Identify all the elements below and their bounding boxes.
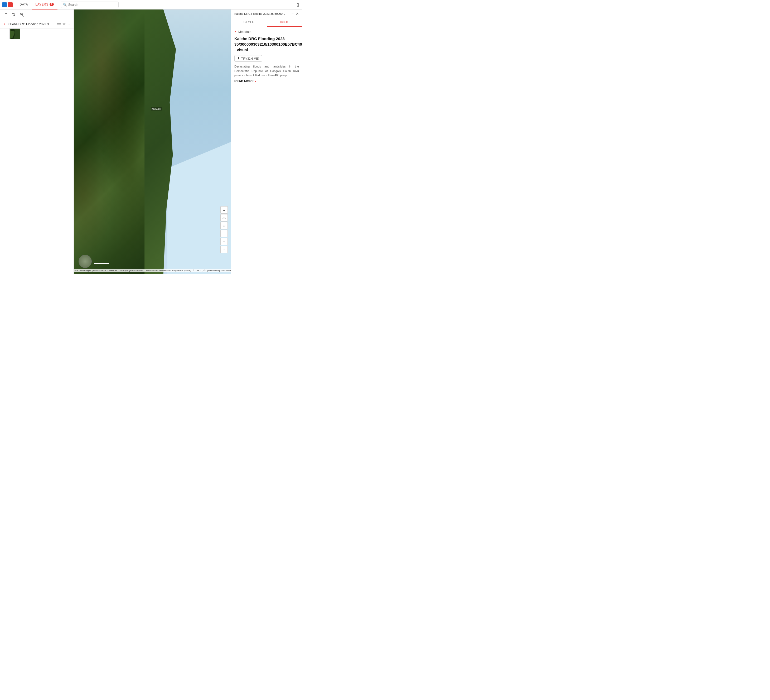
asset-title: Kalehe DRC Flooding 2023 - 35/3000003032… <box>235 36 299 52</box>
tab-data[interactable]: DATA <box>16 0 32 10</box>
logo-box-red <box>8 2 13 7</box>
main-area: ↑̲ ⇅ ∧ Kalehe DRC Flooding 2023 3... ≡≡ … <box>0 10 302 274</box>
layers-badge: 1 <box>50 3 54 6</box>
download-label: TIF (31.6 MB) <box>241 57 259 60</box>
zoom-out-button[interactable]: − <box>220 238 228 245</box>
scale-label: 300 m <box>94 264 99 267</box>
tab-info[interactable]: INFO <box>267 18 302 27</box>
contour-button[interactable] <box>220 214 228 222</box>
read-more-button[interactable]: READ MORE › <box>235 79 299 83</box>
logo-box-blue <box>2 2 7 7</box>
tab-layers[interactable]: LAYERS 1 <box>32 0 57 10</box>
layer-thumbnail <box>10 29 20 39</box>
metadata-section: ∧ Metadata Kalehe DRC Flooding 2023 - 35… <box>235 30 299 83</box>
sidebar-toolbar: ↑̲ ⇅ <box>0 10 74 20</box>
metadata-chevron-icon: ∧ <box>235 30 237 34</box>
place-label-kanyunyi: Kanyunyi <box>151 107 162 110</box>
minimap[interactable] <box>79 255 92 268</box>
layer-name: Kalehe DRC Flooding 2023 3... <box>8 23 55 26</box>
panel-header: Kalehe DRC Flooding 2023 35/30000... − ✕ <box>231 10 302 18</box>
panel-tabs: STYLE INFO <box>231 18 302 27</box>
read-more-arrow-icon: › <box>255 79 256 83</box>
layer-eye-icon[interactable]: 👁 <box>63 22 66 26</box>
terrain-button[interactable]: ▲ <box>220 206 228 214</box>
description-text: Devastating floods and landslides in the… <box>235 64 299 78</box>
layers-off-button[interactable] <box>18 12 25 18</box>
north-button[interactable]: ↑ <box>220 246 228 253</box>
scale-line <box>94 263 109 264</box>
collapse-button[interactable]: ⟨| <box>296 2 300 8</box>
top-bar: DATA LAYERS 1 🔍 ⟨| <box>0 0 302 10</box>
locate-button[interactable]: ⊕ <box>220 222 228 230</box>
download-icon: ⬇ <box>237 57 239 60</box>
read-more-label: READ MORE <box>235 79 254 83</box>
scale-bar: 300 m <box>94 263 109 267</box>
map-area[interactable]: Kanyunyi 300 m Maxar Technologies | Admi… <box>74 10 231 274</box>
sort-up-button[interactable]: ↑̲ <box>3 11 9 18</box>
tab-style[interactable]: STYLE <box>231 18 267 27</box>
sidebar: ↑̲ ⇅ ∧ Kalehe DRC Flooding 2023 3... ≡≡ … <box>0 10 74 274</box>
metadata-label: Metadata <box>238 30 251 34</box>
metadata-header[interactable]: ∧ Metadata <box>235 30 299 34</box>
zoom-in-button[interactable]: + <box>220 230 228 237</box>
panel-title: Kalehe DRC Flooding 2023 35/30000... <box>235 12 290 15</box>
sort-both-button[interactable]: ⇅ <box>11 11 16 18</box>
download-button[interactable]: ⬇ TIF (31.6 MB) <box>235 55 262 62</box>
layer-item: ∧ Kalehe DRC Flooding 2023 3... ≡≡ 👁 ··· <box>0 20 74 29</box>
search-input[interactable] <box>68 3 116 6</box>
search-box: 🔍 <box>61 2 119 8</box>
panel-close-button[interactable]: ✕ <box>296 11 299 16</box>
layer-actions: ≡≡ 👁 ··· <box>57 22 70 26</box>
map-controls: ▲ ⊕ + − ↑ <box>220 206 228 253</box>
layer-filter-icon[interactable]: ≡≡ <box>57 22 61 26</box>
layer-chevron-icon[interactable]: ∧ <box>3 23 5 26</box>
tab-bar: DATA LAYERS 1 <box>16 0 57 10</box>
right-panel: Kalehe DRC Flooding 2023 35/30000... − ✕… <box>231 10 302 274</box>
layer-more-icon[interactable]: ··· <box>68 22 70 26</box>
logo-area <box>2 2 13 7</box>
panel-content: ∧ Metadata Kalehe DRC Flooding 2023 - 35… <box>231 27 302 274</box>
map-attribution: Maxar Technologies | Administrative boun… <box>74 269 231 272</box>
search-icon: 🔍 <box>63 3 67 6</box>
panel-minimize-button[interactable]: − <box>291 11 294 16</box>
